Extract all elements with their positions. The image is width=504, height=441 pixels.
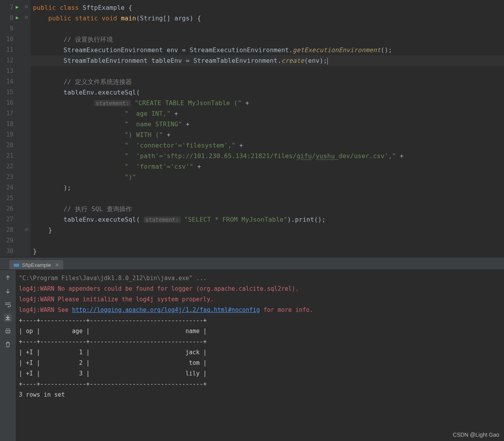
code-line[interactable] — [31, 66, 504, 77]
run-console: "C:\Program Files\Java\jdk1.8.0_212\bin\… — [0, 270, 504, 441]
run-gutter-icon[interactable]: ▶ — [16, 4, 19, 10]
line-number: 9 — [0, 24, 25, 34]
console-toolbar — [0, 270, 16, 441]
code-line[interactable]: " 'connector'='filesystem'," + — [31, 140, 504, 151]
code-line[interactable]: " 'format'='csv'" + — [31, 161, 504, 172]
line-number: 25 — [0, 193, 25, 204]
code-line[interactable]: tableEnv.executeSql( — [31, 87, 504, 98]
code-line[interactable]: StreamExecutionEnvironment env = StreamE… — [31, 45, 504, 55]
code-line[interactable]: } — [31, 225, 504, 235]
fold-icon[interactable]: ⊟ — [25, 4, 28, 9]
line-number: 10 — [0, 34, 25, 45]
run-tab-label: SftpExample — [22, 262, 51, 268]
code-editor[interactable]: ▶ ▶ 789101112131415161718192021222324252… — [0, 0, 504, 257]
wrap-icon[interactable] — [4, 301, 12, 308]
fold-column: ⊟ ⊟ ⊟ — [25, 0, 31, 257]
code-line[interactable]: // 设置执行环境 — [31, 34, 504, 45]
console-line: +----+-------------+--------------------… — [19, 337, 501, 347]
code-line[interactable] — [31, 24, 504, 34]
print-icon[interactable] — [4, 327, 12, 335]
run-gutter-icon[interactable]: ▶ — [16, 15, 19, 20]
line-number: 26 — [0, 204, 25, 214]
console-line: log4j:WARN See http://logging.apache.org… — [19, 305, 501, 315]
svg-rect-2 — [6, 329, 9, 330]
line-gutter: ▶ ▶ 789101112131415161718192021222324252… — [0, 0, 25, 257]
svg-rect-1 — [14, 263, 19, 264]
code-line[interactable]: } — [31, 246, 504, 257]
line-number: 24 — [0, 182, 25, 193]
line-number: 17 — [0, 108, 25, 119]
close-icon[interactable]: ✕ — [55, 262, 59, 268]
console-line: +----+-------------+--------------------… — [19, 379, 501, 390]
line-number: 7 — [0, 2, 25, 13]
line-number: 8 — [0, 13, 25, 24]
line-number: 16 — [0, 98, 25, 108]
console-line: | +I | 1 | jack | — [19, 347, 501, 358]
code-line[interactable]: // 执行 SQL 查询操作 — [31, 204, 504, 214]
line-number: 15 — [0, 87, 25, 98]
code-line[interactable]: ") WITH (" + — [31, 129, 504, 140]
line-number: 28 — [0, 225, 25, 235]
console-line: 3 rows in set — [19, 390, 501, 400]
ide-window: ▶ ▶ 789101112131415161718192021222324252… — [0, 0, 504, 441]
code-line[interactable]: " name STRING" + — [31, 119, 504, 129]
code-line[interactable]: " age INT," + — [31, 108, 504, 119]
console-line: log4j:WARN No appenders could be found f… — [19, 284, 501, 294]
code-line[interactable]: ); — [31, 182, 504, 193]
code-line[interactable]: // 定义文件系统连接器 — [31, 77, 504, 87]
line-number: 14 — [0, 77, 25, 87]
code-line[interactable]: " 'path'='sftp://101.230.65.134:21821/fi… — [31, 151, 504, 161]
run-tab-bar: SftpExample ✕ — [0, 257, 504, 270]
fold-icon[interactable]: ⊟ — [25, 227, 28, 232]
line-number: 11 — [0, 45, 25, 55]
console-line: | +I | 3 | lily | — [19, 368, 501, 379]
console-icon — [13, 262, 20, 268]
line-number: 19 — [0, 129, 25, 140]
up-icon[interactable] — [4, 274, 12, 282]
watermark: CSDN @Light Gao — [453, 432, 499, 438]
line-number: 27 — [0, 214, 25, 225]
code-line[interactable]: statement: "CREATE TABLE MyJsonTable (" … — [31, 98, 504, 108]
code-line[interactable] — [31, 193, 504, 204]
console-line: | +I | 2 | tom | — [19, 358, 501, 368]
console-line: | op | age | name | — [19, 326, 501, 337]
line-number: 30 — [0, 246, 25, 257]
console-line: "C:\Program Files\Java\jdk1.8.0_212\bin\… — [19, 273, 501, 284]
console-line: log4j:WARN Please initialize the log4j s… — [19, 294, 501, 305]
code-line[interactable]: tableEnv.executeSql( statement: "SELECT … — [31, 214, 504, 225]
line-number: 22 — [0, 161, 25, 172]
console-output[interactable]: "C:\Program Files\Java\jdk1.8.0_212\bin\… — [16, 270, 504, 441]
line-number: 12 — [0, 55, 25, 66]
line-number: 21 — [0, 151, 25, 161]
line-number: 20 — [0, 140, 25, 151]
run-tab[interactable]: SftpExample ✕ — [9, 260, 63, 270]
down-icon[interactable] — [4, 287, 12, 295]
code-line[interactable]: ")" — [31, 172, 504, 182]
line-number: 29 — [0, 235, 25, 246]
code-line[interactable]: StreamTableEnvironment tableEnv = Stream… — [31, 55, 504, 66]
code-line[interactable]: public class SftpExample { — [31, 2, 504, 13]
code-line[interactable] — [31, 235, 504, 246]
line-number: 23 — [0, 172, 25, 182]
line-number: 13 — [0, 66, 25, 77]
line-number: 18 — [0, 119, 25, 129]
console-line: +----+-------------+--------------------… — [19, 315, 501, 326]
code-line[interactable]: public static void main(String[] args) { — [31, 13, 504, 24]
fold-icon[interactable]: ⊟ — [25, 15, 28, 20]
scroll-to-end-icon[interactable] — [4, 314, 12, 322]
code-area[interactable]: public class SftpExample { public static… — [31, 0, 504, 257]
trash-icon[interactable] — [4, 341, 12, 348]
